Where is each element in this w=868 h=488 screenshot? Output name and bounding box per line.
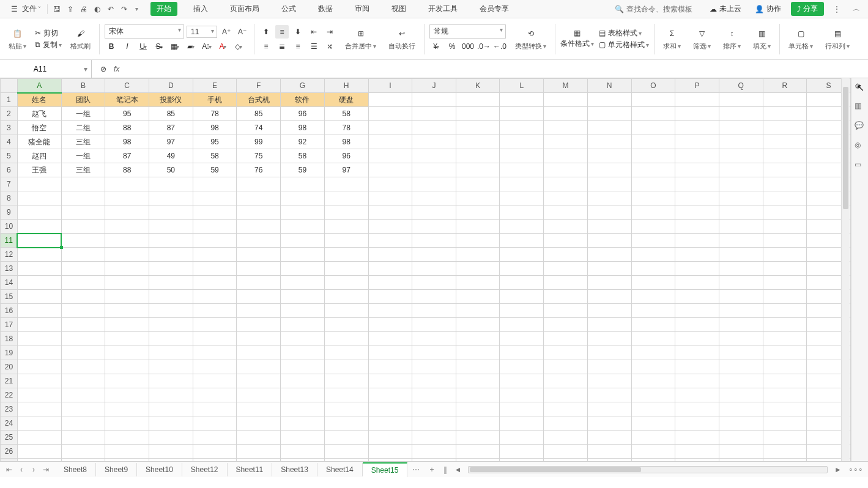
- row-header[interactable]: 24: [1, 416, 18, 431]
- cell[interactable]: [631, 93, 675, 107]
- cell[interactable]: [719, 163, 763, 177]
- cell[interactable]: [105, 262, 149, 276]
- cell[interactable]: [675, 276, 719, 290]
- cell[interactable]: [149, 318, 193, 332]
- row-header[interactable]: 9: [1, 205, 18, 220]
- cell[interactable]: [500, 290, 544, 304]
- cell[interactable]: [61, 290, 105, 304]
- cell[interactable]: [324, 374, 368, 388]
- cell[interactable]: [281, 191, 325, 205]
- cell[interactable]: [763, 163, 807, 177]
- fx-icon[interactable]: fx: [114, 65, 119, 73]
- column-header[interactable]: A: [17, 79, 61, 93]
- cell[interactable]: [105, 374, 149, 388]
- cell[interactable]: [412, 93, 456, 107]
- row-header[interactable]: 5: [1, 149, 18, 163]
- row-header[interactable]: 19: [1, 346, 18, 360]
- justify-icon[interactable]: ☰: [307, 40, 321, 53]
- cell[interactable]: [193, 248, 237, 262]
- cell[interactable]: [587, 318, 631, 332]
- cell[interactable]: [631, 402, 675, 416]
- cell[interactable]: [456, 177, 500, 191]
- cell[interactable]: 87: [105, 149, 149, 163]
- cell[interactable]: [149, 332, 193, 346]
- cell[interactable]: [500, 149, 544, 163]
- cell[interactable]: [587, 121, 631, 135]
- cell[interactable]: 78: [193, 107, 237, 121]
- row-header[interactable]: 12: [1, 248, 18, 262]
- cell[interactable]: [675, 191, 719, 205]
- cell[interactable]: [61, 360, 105, 374]
- cell[interactable]: 姓名: [17, 93, 61, 107]
- row-header[interactable]: 8: [1, 191, 18, 205]
- cell[interactable]: [631, 445, 675, 459]
- cell[interactable]: [544, 205, 588, 220]
- cell[interactable]: [149, 388, 193, 402]
- cell[interactable]: [17, 304, 61, 318]
- cell[interactable]: [631, 346, 675, 360]
- cell[interactable]: [631, 318, 675, 332]
- column-header[interactable]: B: [61, 79, 105, 93]
- cell[interactable]: [719, 234, 763, 248]
- row-header[interactable]: 1: [1, 93, 18, 107]
- cell[interactable]: [631, 262, 675, 276]
- cell[interactable]: [587, 290, 631, 304]
- wrap-text[interactable]: ↩ 自动换行: [385, 21, 419, 57]
- cell[interactable]: [368, 135, 412, 149]
- cell[interactable]: [587, 445, 631, 459]
- tab-视图[interactable]: 视图: [385, 2, 412, 16]
- comma-icon[interactable]: 000: [461, 40, 475, 53]
- cell[interactable]: [149, 234, 193, 248]
- cell[interactable]: [17, 459, 61, 462]
- cell[interactable]: [324, 459, 368, 462]
- undo-icon[interactable]: ↶: [104, 2, 117, 16]
- cell[interactable]: 团队: [61, 93, 105, 107]
- cell[interactable]: [105, 191, 149, 205]
- cell[interactable]: [719, 220, 763, 234]
- cell[interactable]: [193, 360, 237, 374]
- cell[interactable]: [324, 445, 368, 459]
- cell[interactable]: [237, 445, 281, 459]
- cell[interactable]: [61, 220, 105, 234]
- cell[interactable]: [500, 220, 544, 234]
- cell[interactable]: 笔记本: [105, 93, 149, 107]
- cell[interactable]: [719, 360, 763, 374]
- cell[interactable]: [544, 121, 588, 135]
- cell[interactable]: 98: [105, 135, 149, 149]
- cell[interactable]: 87: [149, 121, 193, 135]
- prev-sheet-icon[interactable]: ‹: [16, 464, 27, 475]
- cell[interactable]: [675, 107, 719, 121]
- cell[interactable]: [500, 135, 544, 149]
- cell[interactable]: [149, 445, 193, 459]
- number-format-select[interactable]: 常规: [429, 24, 506, 39]
- row-header[interactable]: 4: [1, 135, 18, 149]
- cell[interactable]: 赵四: [17, 149, 61, 163]
- cell[interactable]: [763, 191, 807, 205]
- cell[interactable]: [281, 332, 325, 346]
- cell[interactable]: [149, 191, 193, 205]
- cell[interactable]: [281, 220, 325, 234]
- cell[interactable]: [456, 191, 500, 205]
- row-header[interactable]: 10: [1, 220, 18, 234]
- cell[interactable]: [17, 248, 61, 262]
- sum-button[interactable]: Σ求和▾: [659, 21, 684, 57]
- fill-color-button[interactable]: ▰▾: [184, 40, 198, 53]
- cell[interactable]: [324, 248, 368, 262]
- scroll-right-icon[interactable]: ►: [833, 464, 844, 475]
- cell[interactable]: [675, 360, 719, 374]
- cell[interactable]: [17, 290, 61, 304]
- cell[interactable]: [456, 416, 500, 431]
- cell[interactable]: [675, 445, 719, 459]
- cell[interactable]: [412, 276, 456, 290]
- cell[interactable]: [412, 163, 456, 177]
- border-button[interactable]: ▦▾: [168, 40, 182, 53]
- cell[interactable]: [61, 318, 105, 332]
- cell[interactable]: 59: [193, 163, 237, 177]
- cell[interactable]: [61, 402, 105, 416]
- cell[interactable]: 投影仪: [149, 93, 193, 107]
- more-sheets-icon[interactable]: ⋯: [407, 465, 425, 474]
- row-header[interactable]: 15: [1, 290, 18, 304]
- cell[interactable]: [456, 388, 500, 402]
- cell[interactable]: [412, 402, 456, 416]
- cell[interactable]: [368, 248, 412, 262]
